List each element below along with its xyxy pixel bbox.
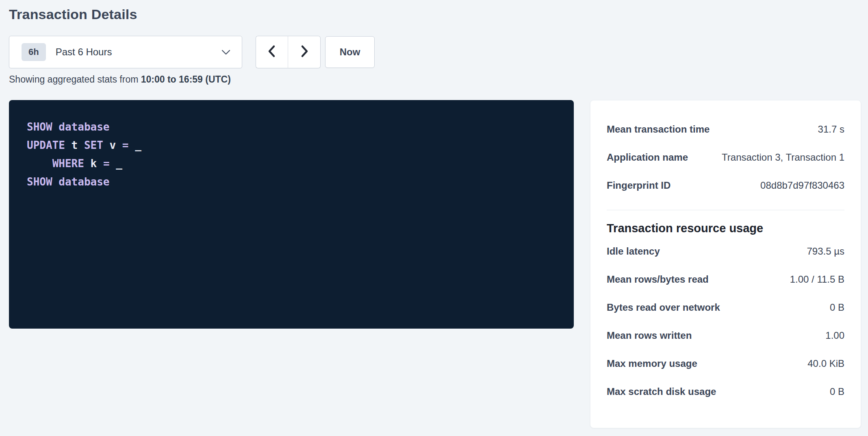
chevron-left-icon	[267, 44, 277, 60]
sql-token	[27, 157, 52, 170]
stat-label: Mean rows/bytes read	[607, 274, 709, 285]
sql-line: SHOW database	[27, 118, 556, 136]
sql-keyword: SHOW	[27, 176, 52, 188]
stat-label: Bytes read over network	[607, 302, 720, 313]
stat-row: Bytes read over network0 B	[607, 293, 844, 321]
stat-row: Mean transaction time31.7 s	[607, 115, 844, 143]
now-button[interactable]: Now	[325, 36, 375, 68]
stat-label: Max memory usage	[607, 358, 697, 369]
time-range-dropdown[interactable]: 6h Past 6 Hours	[9, 36, 242, 68]
sql-keyword: SHOW	[27, 121, 52, 133]
page-title: Transaction Details	[9, 7, 137, 22]
sql-token: t	[72, 139, 78, 151]
stat-row: Fingerprint ID08d8b7d97f830463	[607, 171, 844, 199]
sql-statements-panel: SHOW databaseUPDATE t SET v = _ WHERE k …	[9, 100, 574, 329]
stat-value: 40.0 KiB	[807, 358, 844, 369]
sql-token: k	[91, 157, 97, 170]
sql-keyword: =	[103, 157, 110, 170]
sql-token	[116, 139, 122, 151]
stat-label: Application name	[607, 152, 688, 163]
transaction-stats-card: Mean transaction time31.7 sApplication n…	[590, 100, 861, 428]
time-range-selected-value: Past 6 Hours	[56, 46, 112, 58]
stat-value: 31.7 s	[818, 124, 844, 135]
chevron-right-icon	[299, 44, 310, 60]
stat-value: Transaction 3, Transaction 1	[722, 152, 844, 163]
card-divider	[607, 210, 844, 210]
next-range-button[interactable]	[288, 36, 321, 68]
aggregation-range-text: Showing aggregated stats from 10:00 to 1…	[9, 74, 231, 85]
sql-token	[65, 139, 72, 151]
sql-token	[84, 157, 91, 170]
sql-keyword: =	[122, 139, 129, 151]
time-range-pager	[256, 36, 321, 68]
sql-token	[52, 121, 59, 133]
stat-row: Mean rows/bytes read1.00 / 11.5 B	[607, 265, 844, 293]
sql-line: UPDATE t SET v = _	[27, 136, 556, 155]
time-range-badge: 6h	[22, 43, 46, 61]
sql-token: v	[110, 139, 116, 151]
stat-value: 1.00 / 11.5 B	[790, 274, 844, 285]
sql-token	[128, 139, 135, 151]
sql-token: _	[116, 157, 122, 170]
stat-label: Max scratch disk usage	[607, 386, 716, 397]
sql-line: SHOW database	[27, 173, 556, 191]
stat-label: Mean rows written	[607, 330, 692, 341]
stat-row: Mean rows written1.00	[607, 321, 844, 349]
sql-token	[52, 176, 59, 188]
sql-token	[103, 139, 110, 151]
stat-value: 08d8b7d97f830463	[760, 180, 844, 191]
stat-row: Idle latency793.5 µs	[607, 237, 844, 265]
sql-token: _	[135, 139, 141, 151]
previous-range-button[interactable]	[256, 36, 288, 68]
stat-label: Idle latency	[607, 246, 660, 257]
aggregation-range-value: 10:00 to 16:59 (UTC)	[141, 74, 231, 85]
sql-line: WHERE k = _	[27, 155, 556, 173]
stat-row: Application nameTransaction 3, Transacti…	[607, 143, 844, 171]
stat-label: Mean transaction time	[607, 124, 710, 135]
resource-usage-heading: Transaction resource usage	[607, 219, 844, 237]
stat-row: Max scratch disk usage0 B	[607, 377, 844, 405]
stat-value: 793.5 µs	[807, 246, 844, 257]
sql-token	[78, 139, 84, 151]
sql-keyword: WHERE	[52, 157, 84, 170]
stat-label: Fingerprint ID	[607, 180, 671, 191]
stat-value: 1.00	[825, 330, 844, 341]
chevron-down-icon	[221, 48, 231, 56]
resource-rows: Idle latency793.5 µsMean rows/bytes read…	[607, 237, 844, 405]
aggregation-range-prefix: Showing aggregated stats from	[9, 74, 141, 85]
stat-row: Max memory usage40.0 KiB	[607, 349, 844, 377]
sql-keyword: database	[59, 176, 109, 188]
sql-keyword: UPDATE	[27, 139, 65, 151]
stat-value: 0 B	[830, 386, 844, 397]
sql-keyword: database	[59, 121, 109, 133]
sql-token	[97, 157, 103, 170]
sql-token	[110, 157, 116, 170]
stat-value: 0 B	[830, 302, 844, 313]
sql-keyword: SET	[84, 139, 103, 151]
overview-rows: Mean transaction time31.7 sApplication n…	[607, 115, 844, 199]
